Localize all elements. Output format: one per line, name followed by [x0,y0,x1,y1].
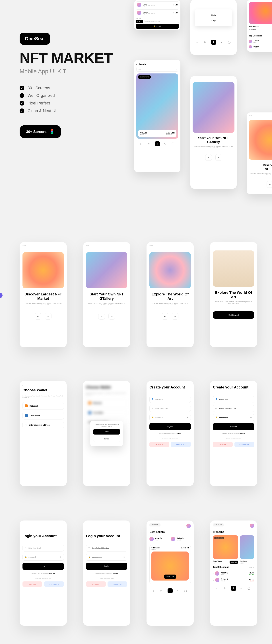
view-all-link[interactable]: View All [249,566,254,568]
register-button[interactable]: Register [213,423,254,430]
trending-card[interactable]: NuEvey♦ 1.25 [240,535,254,564]
trending-card[interactable]: 21h 01m 03s Sun-Glass♦ 1.75Place Bid [213,535,238,564]
signup-link[interactable]: Sign Up [49,572,54,574]
cancel-button[interactable]: Cancel [93,436,120,442]
prev-arrow[interactable]: ← [162,313,168,320]
email-input[interactable]: ✉Joseph.Ren@Mail.Com [86,544,127,552]
auth-row: ‹ Choose Wallet By Connecting Your Walle… [20,381,272,486]
search-input[interactable]: Nue|⌕ [136,67,178,72]
collection-row[interactable]: 2 Juliya S.JuliyaS ♦ 5,327-32.01% [213,577,254,583]
more-icon[interactable]: ⋯ [251,530,254,534]
nft-card[interactable]: 08H 40M 14S NuEvey● Juliya S. 1.25 ETH$3… [136,74,178,139]
eye-icon[interactable]: 👁 [60,556,62,558]
custom-address-option[interactable]: 🔗Enter ethereum address› [22,422,64,428]
signin-link[interactable]: Sign In [176,433,181,434]
login-button[interactable]: Login [22,563,64,570]
search-screen: ‹Search Nue|⌕ 08H 40M 14S NuEvey● Juliya… [134,60,180,172]
activity-icon[interactable]: ∿ [240,587,243,590]
facebook-button[interactable]: FACEBOOK [44,582,64,587]
password-input[interactable]: 🔒●●●●●●●●●👁 [213,414,254,421]
cta-button[interactable]: 30+ Screens [20,125,61,138]
search-icon[interactable]: ◎ [148,142,151,146]
password-input[interactable]: 🔒●●●●●●●●●●👁 [86,554,127,560]
currency-select[interactable]: ETH ▾ [136,20,143,23]
signin-link[interactable]: Sign In [240,433,245,434]
place-bid-button[interactable]: Place a bid [164,574,176,579]
home-icon[interactable]: ⌂ [216,587,220,590]
profile-icon[interactable]: ◯ [228,40,231,44]
eye-icon[interactable]: 👁 [187,416,188,418]
google-button[interactable]: GOOGLE [86,582,106,587]
mail-icon: ✉ [215,407,218,410]
back-icon[interactable]: ‹ [136,63,137,66]
home-icon[interactable]: ⌂ [153,589,156,592]
multiple-option[interactable]: Multiple [198,18,230,24]
activity-icon[interactable]: ∿ [164,142,167,146]
skip-button[interactable]: SKIP [249,114,272,116]
trustwallet-option[interactable]: Trust Wallet› [22,412,64,420]
add-button[interactable]: + [211,40,216,45]
name-input[interactable]: 👤Joseph Ren [213,396,254,403]
more-icon[interactable]: ⋯ [188,530,191,534]
name-input[interactable]: 👤Full Name [150,396,191,403]
onboard-card-4: Explore The World Of Art CloseSea Is A G… [210,242,257,347]
home-icon[interactable]: ⌂ [140,142,143,146]
google-button[interactable]: GOOGLE [150,442,169,447]
collection-row[interactable]: 1 Alex Ca.Alexy ♦ 8,456+23.00% [213,570,254,577]
add-button[interactable]: + [231,586,236,591]
next-arrow[interactable]: → [216,154,222,161]
next-arrow[interactable]: → [172,313,178,320]
profile-icon[interactable]: ◯ [184,589,187,592]
open-button[interactable]: Open [93,429,120,434]
profile-avatar[interactable] [250,524,254,528]
search-icon[interactable]: ◎ [224,587,227,590]
email-input[interactable]: ✉Joseph.Ren@Mail.Com [213,405,254,412]
wallet-popup-screen: Choose Wallet By Connecting Your Wallet … [83,381,130,486]
facebook-button[interactable]: FACEBOOK [171,442,191,447]
email-input[interactable]: ✉Enter Your Email [22,544,64,552]
password-input[interactable]: 🔒Password👁 [150,414,191,421]
place-bid-button[interactable]: Place Bid [230,560,238,564]
onboard-card-3: SKIP Explore The World Of Art CloseSea I… [146,242,194,347]
prev-arrow[interactable]: ← [205,154,212,161]
facebook-button[interactable]: FACEBOOK [234,442,254,447]
home-icon[interactable]: ⌂ [196,40,200,44]
signup-link[interactable]: Sign Up [112,572,118,574]
hero-section: DiveSea. NFT MARKET Mobile App UI KIT ✓3… [20,33,128,138]
activity-icon[interactable]: ∿ [176,589,180,592]
next-arrow[interactable]: → [45,313,52,320]
password-input[interactable]: 🔒Password👁 [22,554,64,560]
single-option[interactable]: Single [198,12,230,18]
eye-icon[interactable]: 👁 [250,416,252,418]
next-arrow[interactable]: → [108,313,115,320]
add-button[interactable]: + [155,141,160,146]
search-icon[interactable]: ◎ [160,589,164,592]
google-button[interactable]: GOOGLE [213,442,233,447]
top-collections-title: Top Collection [249,35,262,37]
eye-icon[interactable]: 👁 [123,556,125,558]
type-modal: Single Multiple [195,10,232,26]
prev-arrow[interactable]: ← [266,181,272,188]
submit-button[interactable]: 🔒 Submit [136,24,179,29]
add-button[interactable]: + [168,588,173,594]
accent-dot [0,293,2,298]
feature-item: ✓30+ Screens [20,86,128,90]
email-input[interactable]: ✉Enter Your Email [150,405,191,412]
progress-dots [52,245,64,246]
facebook-button[interactable]: FACEBOOK [108,582,127,587]
profile-icon[interactable]: ◯ [248,587,251,590]
back-icon[interactable]: ‹ [22,384,64,387]
prev-arrow[interactable]: ← [35,313,41,320]
bid-input[interactable]: Minimal Submit 1.35 ETH [144,20,179,23]
activity-icon[interactable]: ∿ [220,40,224,44]
get-started-button[interactable]: Get Started [213,312,254,319]
register-button[interactable]: Register [150,423,191,430]
section-title: Trending [213,530,224,533]
search-icon[interactable]: ◎ [204,40,207,44]
login-button[interactable]: Login [86,563,127,570]
google-button[interactable]: GOOGLE [22,582,42,587]
profile-avatar[interactable] [186,524,191,528]
metamask-option[interactable]: Metamask› [22,402,64,410]
profile-icon[interactable]: ◯ [172,142,175,146]
prev-arrow[interactable]: ← [98,313,105,320]
